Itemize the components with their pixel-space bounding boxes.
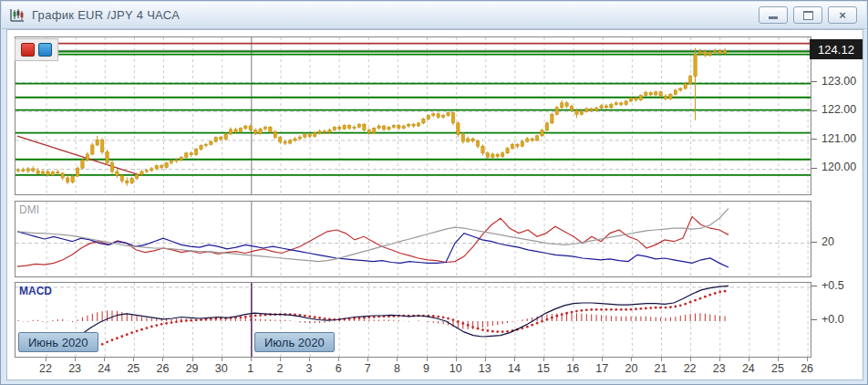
date-axis-label: 24 [742, 362, 755, 375]
candlestick-chart-icon [9, 8, 26, 23]
dmi-series-+DI [17, 216, 728, 266]
main-axis-label: 123.00 [822, 75, 856, 88]
date-axis-tick [162, 358, 163, 361]
date-axis-label: 30 [215, 362, 228, 375]
close-icon: × [839, 9, 846, 21]
date-axis-tick [631, 358, 632, 361]
date-axis-label: 25 [127, 362, 140, 375]
candles [16, 48, 726, 186]
date-axis-tick [514, 358, 515, 361]
date-axis-tick [543, 358, 544, 361]
date-axis-tick [46, 358, 46, 361]
date-axis-tick [485, 358, 486, 361]
main-axis-label: 120.00 [822, 161, 856, 173]
macd-indicator-label: MACD [19, 285, 52, 297]
date-axis-tick [104, 358, 105, 361]
dmi-indicator-label: DMI [19, 203, 39, 216]
date-axis-tick [192, 358, 193, 361]
date-axis-tick [719, 358, 720, 361]
date-axis-tick [367, 358, 368, 361]
date-axis-label: 13 [479, 362, 491, 375]
chart-window: График EUR /JPY 4 ЧАСА × 124.12 DMI MACD… [0, 0, 868, 385]
date-axis-tick [397, 358, 398, 361]
date-axis-label: 25 [771, 362, 784, 375]
macd-axis-tick [811, 319, 817, 320]
date-axis-tick [661, 358, 662, 361]
date-axis-tick [251, 358, 252, 361]
date-axis-tick [75, 358, 76, 361]
date-axis-tick [280, 358, 281, 361]
macd-axis-label: +0.5 [822, 279, 844, 292]
dmi-axis-tick [811, 242, 817, 243]
macd-indicator-panel[interactable] [15, 282, 811, 358]
date-axis-label: 7 [365, 362, 371, 375]
current-price-tag: 124.12 [810, 39, 863, 59]
month-badge-june[interactable]: Июнь 2020 [18, 332, 98, 352]
price-chart-panel[interactable] [15, 36, 811, 195]
minimize-button[interactable] [759, 6, 788, 24]
date-axis-label: 6 [336, 362, 342, 375]
date-axis-label: 14 [508, 362, 521, 375]
close-button[interactable]: × [828, 6, 857, 24]
date-axis-label: 22 [39, 362, 52, 375]
date-axis-label: 17 [595, 362, 608, 375]
chart-content-area: 124.12 DMI MACD Июнь 2020 Июль 2020 2223… [6, 29, 863, 380]
main-axis-tick [811, 139, 817, 140]
date-axis-tick [309, 358, 310, 361]
date-axis-label: 26 [801, 362, 813, 375]
date-axis-tick [133, 358, 134, 361]
macd-axis-label: +0.0 [822, 313, 844, 326]
main-axis-label: 122.00 [822, 103, 856, 116]
date-axis-label: 15 [537, 362, 550, 375]
restore-icon [803, 11, 813, 20]
candlestick-chart[interactable] [16, 37, 811, 194]
date-axis-label: 21 [655, 362, 667, 375]
window-title: График EUR /JPY 4 ЧАСА [32, 8, 180, 22]
buy-marker-icon[interactable] [38, 43, 52, 57]
macd-line [81, 286, 728, 337]
date-axis-label: 16 [566, 362, 579, 375]
date-axis-tick [807, 358, 808, 361]
main-axis-tick [811, 168, 817, 169]
macd-axis-tick [811, 286, 817, 286]
chart-legend [15, 38, 58, 61]
date-axis-label: 10 [450, 362, 462, 375]
dmi-indicator-panel[interactable] [15, 201, 811, 277]
date-axis-tick [222, 358, 222, 361]
date-axis-label: 29 [186, 362, 199, 375]
date-axis-label: 1 [247, 362, 253, 375]
minimize-icon [769, 16, 778, 19]
date-axis-label: 2 [276, 362, 283, 375]
date-axis-label: 26 [157, 362, 170, 375]
sell-marker-icon[interactable] [21, 43, 35, 57]
date-axis: 2223242526293012367891013141516172021222… [7, 358, 864, 380]
main-axis-label: 121.00 [822, 132, 856, 145]
date-axis-label: 23 [713, 362, 726, 375]
dmi-chart[interactable] [16, 202, 811, 276]
date-axis-label: 22 [684, 362, 697, 375]
main-axis-tick [811, 110, 817, 111]
restore-button[interactable] [793, 6, 822, 24]
date-axis-label: 8 [394, 362, 400, 375]
macd-histogram [18, 310, 725, 329]
date-axis-tick [690, 358, 691, 361]
date-axis-tick [427, 358, 428, 361]
date-axis-tick [456, 358, 457, 361]
date-axis-label: 24 [98, 362, 110, 375]
date-axis-label: 23 [68, 362, 81, 375]
date-axis-label: 9 [423, 362, 429, 375]
date-axis-tick [749, 358, 749, 361]
date-axis-tick [778, 358, 779, 361]
date-axis-tick [338, 358, 339, 361]
dmi-series-ADX [17, 208, 728, 261]
date-axis-tick [602, 358, 603, 361]
date-axis-label: 3 [306, 362, 313, 375]
macd-chart[interactable] [16, 283, 811, 357]
date-axis-label: 20 [625, 362, 637, 375]
main-axis-tick [811, 81, 817, 82]
month-badge-july[interactable]: Июль 2020 [254, 332, 335, 352]
dmi-axis-label: 20 [822, 235, 834, 248]
date-axis-tick [573, 358, 574, 361]
titlebar[interactable]: График EUR /JPY 4 ЧАСА × [2, 2, 866, 29]
